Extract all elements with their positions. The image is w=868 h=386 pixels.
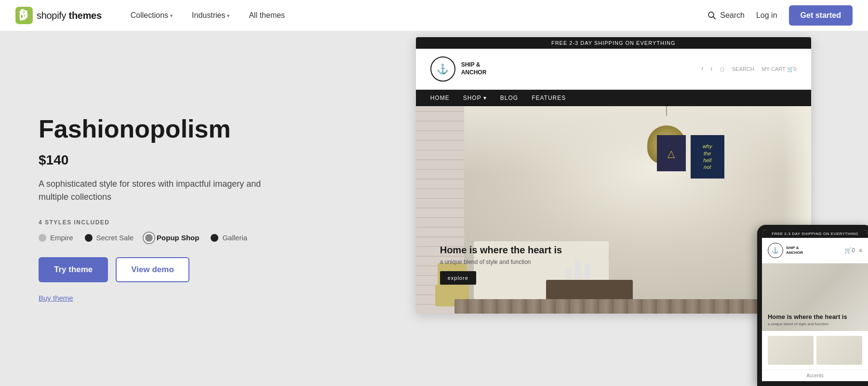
search-link[interactable]: Search bbox=[708, 11, 745, 20]
theme-price: $140 bbox=[39, 152, 335, 168]
hero-subtext: a unique blend of style and function bbox=[440, 259, 562, 265]
preview-social-icons: f t ◻ SEARCH MY CART 🛒0 bbox=[702, 66, 797, 72]
style-dot-secret-sale bbox=[85, 234, 93, 242]
nav-collections[interactable]: Collections ▾ bbox=[121, 0, 182, 31]
mobile-logo-icon: ⚓ bbox=[768, 243, 783, 258]
style-galleria[interactable]: Galleria bbox=[211, 234, 247, 242]
login-link[interactable]: Log in bbox=[756, 11, 777, 20]
hero-headline: Home is where the heart is bbox=[440, 244, 562, 256]
buy-theme-link[interactable]: Buy theme bbox=[39, 294, 335, 302]
mobile-menu-icon: ≡ bbox=[859, 247, 862, 254]
mobile-product-2 bbox=[816, 336, 862, 365]
style-secret-sale[interactable]: Secret Sale bbox=[85, 234, 134, 242]
ceiling bbox=[416, 106, 811, 174]
mobile-products-section bbox=[762, 331, 868, 370]
mobile-preview: FREE 2-3 DAY SHIPPING ON EVERYTHING ⚓ SH… bbox=[757, 225, 868, 386]
style-label-secret-sale: Secret Sale bbox=[96, 234, 134, 242]
hero-text-overlay: Home is where the heart is a unique blen… bbox=[440, 244, 562, 285]
preview-search-label: SEARCH bbox=[732, 66, 754, 72]
mobile-product-1 bbox=[768, 336, 814, 365]
instagram-icon: ◻ bbox=[720, 66, 724, 72]
chevron-down-icon: ▾ bbox=[227, 13, 229, 18]
view-demo-button[interactable]: View demo bbox=[116, 257, 189, 282]
preview-store-name: SHIP & ANCHOR bbox=[461, 61, 487, 76]
nav-all-themes[interactable]: All themes bbox=[239, 0, 294, 31]
candle-medium bbox=[585, 264, 590, 279]
search-icon bbox=[708, 11, 716, 20]
rug bbox=[454, 299, 792, 314]
style-dot-popup-shop bbox=[145, 234, 153, 242]
style-popup-shop[interactable]: Popup Shop bbox=[145, 234, 199, 242]
preview-nav-home: HOME bbox=[430, 95, 450, 101]
style-empire[interactable]: Empire bbox=[39, 234, 73, 242]
style-options: Empire Secret Sale Popup Shop Galleria bbox=[39, 234, 335, 242]
svg-rect-0 bbox=[15, 7, 33, 24]
try-theme-button[interactable]: Try theme bbox=[39, 257, 108, 282]
mobile-section-label: Accents bbox=[762, 370, 868, 381]
style-label-popup-shop: Popup Shop bbox=[157, 234, 199, 242]
styles-count-label: 4 STYLES INCLUDED bbox=[39, 219, 335, 226]
desktop-preview: FREE 2-3 DAY SHIPPING ON EVERYTHING ⚓ SH… bbox=[416, 37, 811, 314]
chevron-down-icon: ▾ bbox=[170, 13, 173, 18]
preview-nav-features: FEATURES bbox=[532, 95, 566, 101]
facebook-icon: f bbox=[702, 66, 703, 72]
art-piece-2: whythehellnot bbox=[691, 135, 724, 179]
candle-short bbox=[565, 268, 571, 279]
mobile-hero-headline: Home is where the heart is bbox=[768, 313, 862, 321]
mobile-product-grid bbox=[768, 336, 862, 365]
shopify-logo-icon bbox=[15, 7, 33, 24]
wall-art: △ whythehellnot bbox=[657, 135, 724, 179]
style-dot-galleria bbox=[211, 234, 218, 242]
logo[interactable]: shopify themes bbox=[15, 7, 102, 24]
preview-nav-blog: BLOG bbox=[500, 95, 518, 101]
header: shopify themes Collections ▾ Industries … bbox=[0, 0, 868, 31]
mobile-hero: Home is where the heart is a unique blen… bbox=[762, 263, 868, 331]
get-started-button[interactable]: Get started bbox=[789, 5, 853, 26]
preview-cart-label: MY CART 🛒0 bbox=[762, 66, 797, 72]
table-objects bbox=[565, 260, 590, 279]
theme-title: Fashionopolism bbox=[39, 115, 335, 143]
style-label-empire: Empire bbox=[50, 234, 73, 242]
action-buttons: Try theme View demo bbox=[39, 257, 335, 282]
mobile-hero-subtext: a unique blend of style and function bbox=[768, 322, 862, 326]
style-dot-empire bbox=[39, 234, 46, 242]
mobile-header-icons: 🛒0 ≡ bbox=[844, 247, 862, 254]
preview-nav: HOME SHOP ▾ BLOG FEATURES bbox=[416, 90, 811, 106]
left-panel: Fashionopolism $140 A sophisticated styl… bbox=[0, 31, 364, 386]
mobile-header: ⚓ SHIP & ANCHOR 🛒0 ≡ bbox=[762, 238, 868, 263]
theme-description: A sophisticated style for stores with im… bbox=[39, 178, 270, 204]
mobile-topbar: FREE 2-3 DAY SHIPPING ON EVERYTHING bbox=[762, 230, 868, 238]
preview-header: ⚓ SHIP & ANCHOR f t ◻ SEARCH MY CART 🛒0 bbox=[416, 49, 811, 90]
style-label-galleria: Galleria bbox=[222, 234, 247, 242]
svg-line-2 bbox=[713, 17, 716, 19]
mobile-hero-overlay: Home is where the heart is a unique blen… bbox=[768, 313, 862, 326]
preview-topbar: FREE 2-3 DAY SHIPPING ON EVERYTHING bbox=[416, 37, 811, 49]
main-nav: Collections ▾ Industries ▾ All themes bbox=[121, 0, 708, 31]
art-piece-1: △ bbox=[657, 135, 686, 171]
mobile-screen: FREE 2-3 DAY SHIPPING ON EVERYTHING ⚓ SH… bbox=[762, 230, 868, 381]
hero-explore-button: explore bbox=[440, 271, 476, 285]
candle-tall bbox=[575, 260, 581, 279]
nav-industries[interactable]: Industries ▾ bbox=[182, 0, 239, 31]
twitter-icon: t bbox=[711, 66, 712, 72]
preview-hero: △ whythehellnot bbox=[416, 106, 811, 314]
preview-logo-icon: ⚓ bbox=[430, 56, 455, 82]
right-panel: FREE 2-3 DAY SHIPPING ON EVERYTHING ⚓ SH… bbox=[364, 31, 868, 386]
mobile-store-name: SHIP & ANCHOR bbox=[786, 246, 803, 255]
header-right: Search Log in Get started bbox=[708, 5, 853, 26]
lamp-cord bbox=[666, 106, 667, 116]
preview-nav-shop: SHOP ▾ bbox=[463, 95, 487, 101]
logo-text: shopify themes bbox=[37, 10, 102, 21]
mobile-cart-icon: 🛒0 bbox=[844, 247, 855, 254]
main-content: Fashionopolism $140 A sophisticated styl… bbox=[0, 31, 868, 386]
